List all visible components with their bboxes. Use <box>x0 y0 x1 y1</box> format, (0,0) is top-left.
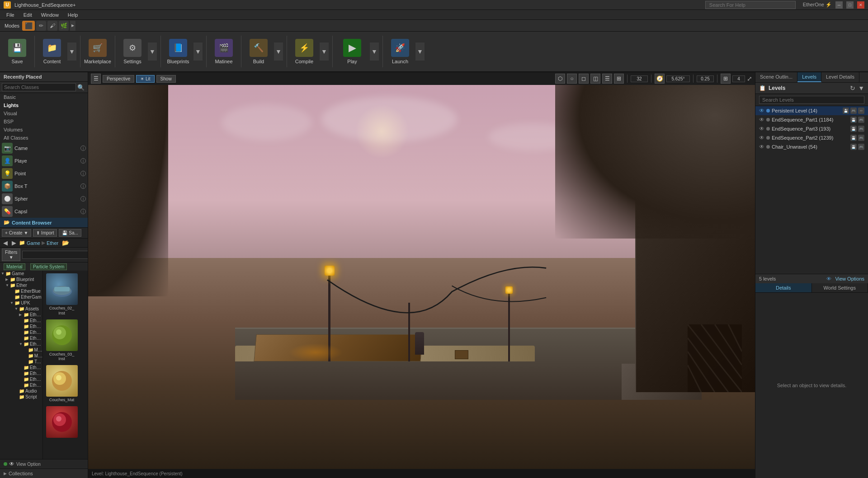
tree-mes[interactable]: 📁 Mes <box>0 353 42 359</box>
tree-matt[interactable]: 📁 Matt <box>0 347 42 353</box>
asset-couches-02[interactable]: Couches_02_Inst <box>45 272 79 317</box>
matinee-button[interactable]: 🎬 Matinee <box>210 33 237 70</box>
level-save-icon-3[interactable]: 💾 <box>850 126 857 132</box>
launch-button[interactable]: 🚀 Launch <box>387 33 414 70</box>
view-options-button[interactable]: View Option <box>16 462 41 467</box>
tree-ether3[interactable]: 📁 Ether_ <box>0 323 42 329</box>
level-edit-icon[interactable]: ✏ <box>858 108 864 114</box>
category-basic[interactable]: Basic <box>0 93 88 101</box>
vp-layer-input[interactable] <box>732 75 745 82</box>
mode-paint[interactable]: 🖌 <box>47 21 57 31</box>
tree-ether9[interactable]: 📁 Ether_ <box>0 376 42 382</box>
vp-tool-4[interactable]: ◫ <box>590 74 600 84</box>
mode-placement[interactable]: ⬛ <box>22 21 35 31</box>
menu-edit[interactable]: Edit <box>19 11 37 19</box>
placed-item-player[interactable]: 👤 Playe i <box>0 155 88 167</box>
modes-expand-btn[interactable]: ▶ <box>70 21 75 31</box>
search-help-input[interactable] <box>705 1 796 9</box>
placed-item-point[interactable]: 💡 Point i <box>0 167 88 180</box>
category-volumes[interactable]: Volumes <box>0 126 88 134</box>
maximize-button[interactable]: □ <box>846 1 854 9</box>
level-ctrl-icon-c[interactable]: 🎮 <box>858 144 864 150</box>
placed-item-camera-info[interactable]: i <box>80 145 86 151</box>
category-lights[interactable]: Lights <box>0 101 88 109</box>
vp-angle-input[interactable] <box>666 75 690 82</box>
vp-menu-button[interactable]: ☰ <box>91 74 101 84</box>
viewport[interactable]: ☰ Perspective ☀ Lit Show ⬡ ○ ◻ ◫ ☰ ⊞ <box>88 72 755 478</box>
play-dropdown[interactable]: ▼ <box>370 42 379 61</box>
level-save-icon-1[interactable]: 💾 <box>850 117 857 123</box>
blueprints-dropdown[interactable]: ▼ <box>193 42 203 61</box>
tab-scene-outline[interactable]: Scene Outlin... <box>755 72 797 82</box>
tab-world-settings[interactable]: World Settings <box>812 283 868 292</box>
placed-item-point-info[interactable]: i <box>80 171 86 176</box>
tree-ether4[interactable]: 📁 Ether_ <box>0 329 42 335</box>
placed-item-box-info[interactable]: i <box>80 183 86 189</box>
tab-levels[interactable]: Levels <box>797 72 821 82</box>
settings-dropdown[interactable]: ▼ <box>148 42 157 61</box>
search-classes-input[interactable] <box>2 83 76 91</box>
placed-item-sphere[interactable]: ⚪ Spher i <box>0 192 88 205</box>
placed-item-camera[interactable]: 📷 Came i <box>0 142 88 155</box>
minimize-button[interactable]: ─ <box>835 1 843 9</box>
level-ctrl-icon-3[interactable]: 🎮 <box>858 126 864 132</box>
tree-game[interactable]: ▼ 📁 Game <box>0 271 42 276</box>
placed-item-player-info[interactable]: i <box>80 158 86 164</box>
tab-details[interactable]: Details <box>755 283 812 292</box>
asset-red-mat[interactable] <box>45 405 79 440</box>
view-options-btn[interactable]: View Options <box>835 276 864 281</box>
placed-item-sphere-info[interactable]: i <box>80 196 86 202</box>
menu-help[interactable]: Help <box>63 11 83 19</box>
close-button[interactable]: ✕ <box>857 1 864 9</box>
blueprints-button[interactable]: 📘 Blueprints <box>165 33 192 70</box>
nav-fwd-button[interactable]: ▶ <box>10 239 18 246</box>
tab-level-details[interactable]: Level Details <box>821 72 859 82</box>
level-save-icon-2[interactable]: 💾 <box>850 135 857 141</box>
vp-layer-btn[interactable]: ⊞ <box>721 74 731 84</box>
vp-expand-button[interactable]: ⤢ <box>747 75 752 82</box>
cb-search-input[interactable] <box>22 251 88 259</box>
asset-couches-03[interactable]: Couches_03_Inst <box>45 319 79 363</box>
tree-ether7[interactable]: 📁 Ether_ <box>0 365 42 370</box>
level-persistent[interactable]: 👁 Persistent Level (14) 💾 🎮 ✏ <box>755 106 868 115</box>
level-ctrl-icon-1[interactable]: 🎮 <box>858 117 864 123</box>
level-ctrl-icon-2[interactable]: 🎮 <box>858 135 864 141</box>
filters-button[interactable]: Filters ▼ <box>2 248 20 261</box>
vp-angle-btn[interactable]: 🧭 <box>655 74 665 84</box>
level-save-icon[interactable]: 💾 <box>843 108 849 114</box>
levels-search-input[interactable] <box>759 96 864 104</box>
level-ctrl-icon[interactable]: 🎮 <box>850 108 857 114</box>
lit-button[interactable]: ☀ Lit <box>136 75 154 83</box>
content-dropdown[interactable]: ▼ <box>67 42 76 61</box>
levels-menu-button[interactable]: ▼ <box>858 84 864 92</box>
vp-tool-5[interactable]: ☰ <box>602 74 612 84</box>
level-save-icon-c[interactable]: 💾 <box>850 144 857 150</box>
launch-dropdown[interactable]: ▼ <box>415 42 425 61</box>
import-button[interactable]: ⬆ Import <box>33 229 57 237</box>
tree-ether5[interactable]: 📁 Ether_ <box>0 335 42 341</box>
level-part1[interactable]: 👁 EndSequence_Part1 (1184) 💾 🎮 <box>755 115 868 124</box>
category-bsp[interactable]: BSP <box>0 117 88 126</box>
breadcrumb-game[interactable]: Game <box>27 240 40 246</box>
build-dropdown[interactable]: ▼ <box>274 42 283 61</box>
compile-button[interactable]: ⚡ Compile <box>291 33 318 70</box>
category-all-classes[interactable]: All Classes <box>0 134 88 142</box>
settings-button[interactable]: ⚙ Settings <box>119 33 146 70</box>
placed-item-capsule[interactable]: 💊 Capsl i <box>0 205 88 218</box>
play-button[interactable]: ▶ Play <box>336 33 368 70</box>
level-part2[interactable]: 👁 EndSequence_Part2 (1239) 💾 🎮 <box>755 133 868 142</box>
marketplace-button[interactable]: 🛒 Marketplace <box>84 33 111 70</box>
level-part3[interactable]: 👁 EndSequence_Part3 (193) 💾 🎮 <box>755 124 868 133</box>
tree-ether2[interactable]: 📁 Ether_ <box>0 318 42 323</box>
menu-window[interactable]: Window <box>37 11 63 19</box>
tree-script[interactable]: 📁 Script <box>0 394 42 400</box>
breadcrumb-folder-nav[interactable]: 📂 <box>61 239 71 246</box>
tree-audio[interactable]: 📁 Audio <box>0 388 42 394</box>
filter-tag-material[interactable]: Material <box>4 263 25 270</box>
collections-bar[interactable]: ▶ Collections <box>0 469 88 478</box>
build-button[interactable]: 🔨 Build <box>245 33 272 70</box>
tree-ether10[interactable]: 📁 Ether_ <box>0 382 42 388</box>
vp-tool-2[interactable]: ○ <box>567 74 577 84</box>
mode-foliage[interactable]: 🌿 <box>59 21 69 31</box>
search-classes-button[interactable]: 🔍 <box>76 84 86 91</box>
